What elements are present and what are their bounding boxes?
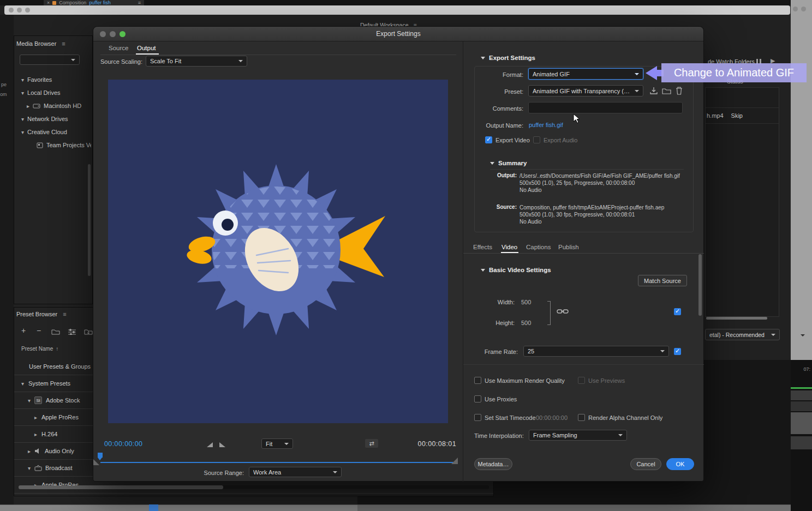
- playhead-handle[interactable]: [98, 453, 103, 458]
- set-start-timecode-checkbox[interactable]: [474, 414, 481, 421]
- time-interpolation-dropdown[interactable]: Frame Sampling: [529, 430, 627, 441]
- tree-item-network-drives[interactable]: Network Drives: [21, 116, 68, 122]
- minimize-window-icon[interactable]: [110, 31, 116, 37]
- link-dimensions-icon[interactable]: [557, 307, 569, 316]
- new-preset-group-icon[interactable]: [51, 328, 60, 335]
- chevron-down-icon[interactable]: [21, 129, 24, 135]
- tree-item-local-drives[interactable]: Local Drives: [21, 89, 61, 96]
- render-alpha-checkbox[interactable]: [578, 414, 585, 421]
- tab-source[interactable]: Source: [109, 45, 128, 51]
- zoom-level-dropdown[interactable]: Fit: [261, 438, 293, 449]
- duration-timecode: 00:00:08:01: [410, 440, 456, 448]
- queue-hscroll-thumb[interactable]: [706, 317, 767, 320]
- panel-menu-icon[interactable]: ≡: [62, 40, 65, 47]
- tree-item-label: Network Drives: [27, 116, 68, 122]
- export-video-checkbox[interactable]: [485, 136, 492, 143]
- chevron-right-icon[interactable]: [27, 103, 29, 109]
- width-value[interactable]: 500: [521, 298, 531, 306]
- cancel-button[interactable]: Cancel: [630, 458, 661, 470]
- frame-rate-checkbox[interactable]: [674, 348, 681, 355]
- tree-item-favorites[interactable]: Favorites: [21, 76, 52, 83]
- export-audio-checkbox[interactable]: [533, 136, 540, 143]
- preset-browser-hscroll-thumb[interactable]: [19, 485, 223, 489]
- tree-item-team-projects[interactable]: Team Projects Vers: [37, 142, 91, 148]
- source-scaling-dropdown[interactable]: Scale To Fit: [146, 56, 247, 67]
- basic-video-settings-header[interactable]: Basic Video Settings: [481, 267, 551, 273]
- ok-button[interactable]: OK: [666, 458, 694, 470]
- frame-rate-dropdown[interactable]: 25: [523, 346, 669, 357]
- settings-scrollbar-thumb[interactable]: [698, 254, 702, 316]
- height-value[interactable]: 500: [521, 319, 531, 327]
- renderer-dropdown[interactable]: etal) - Recommended: [705, 329, 780, 340]
- chevron-down-icon[interactable]: [28, 465, 31, 471]
- match-source-button[interactable]: Match Source: [638, 275, 687, 286]
- panel-menu-icon[interactable]: ≡: [63, 311, 66, 317]
- composition-tab[interactable]: × Composition puffer fish ≡: [44, 0, 144, 5]
- remove-preset-button[interactable]: −: [37, 326, 41, 335]
- use-max-render-quality-checkbox[interactable]: [474, 377, 481, 384]
- work-area-start-icon[interactable]: [93, 459, 99, 465]
- import-preset-folder-icon[interactable]: [662, 87, 671, 94]
- preset-settings-icon[interactable]: [68, 328, 76, 335]
- chevron-down-icon[interactable]: [21, 76, 24, 83]
- scrubber-track[interactable]: [100, 462, 457, 463]
- source-range-dropdown[interactable]: Work Area: [249, 467, 342, 477]
- tab-title-prefix: Composition: [59, 0, 86, 5]
- adobe-stock-icon: St: [34, 396, 42, 404]
- tree-item-creative-cloud[interactable]: Creative Cloud: [21, 129, 67, 135]
- tab-effects[interactable]: Effects: [473, 244, 492, 250]
- chevron-down-icon[interactable]: [21, 380, 24, 387]
- metadata-button[interactable]: Metadata…: [474, 458, 512, 470]
- work-area-end-icon[interactable]: [451, 458, 458, 464]
- chevron-down-icon[interactable]: [21, 89, 24, 96]
- use-previews-checkbox[interactable]: [578, 377, 585, 384]
- delete-preset-trash-icon[interactable]: [676, 87, 683, 95]
- chevron-down-icon[interactable]: [21, 116, 24, 122]
- tab-publish[interactable]: Publish: [558, 244, 579, 250]
- tab-captions[interactable]: Captions: [526, 244, 551, 250]
- set-out-point-icon[interactable]: [219, 442, 225, 447]
- preset-sort-header[interactable]: Preset Name ↑: [21, 346, 58, 352]
- tab-menu-icon[interactable]: ≡: [138, 0, 141, 5]
- close-window-icon[interactable]: [100, 31, 106, 37]
- chevron-right-icon[interactable]: [34, 414, 37, 420]
- overflow-toggle-icon[interactable]: [365, 439, 378, 448]
- use-proxies-checkbox[interactable]: [474, 395, 481, 402]
- export-settings-header[interactable]: Export Settings: [481, 55, 535, 61]
- mac-titlebar: [4, 5, 790, 15]
- tree-item-macintosh-hd[interactable]: Macintosh HD: [27, 103, 81, 109]
- preset-browser-hscroll-track[interactable]: [19, 485, 489, 489]
- queue-item-row[interactable]: h.mp4 Skip: [706, 107, 779, 124]
- summary-header[interactable]: Summary: [490, 160, 527, 166]
- constrain-proportions-checkbox[interactable]: [674, 308, 681, 315]
- dialog-titlebar[interactable]: Export Settings: [93, 27, 703, 41]
- output-name-link[interactable]: puffer fish.gif: [529, 122, 563, 128]
- window-dot-icon[interactable]: [801, 7, 806, 11]
- chevron-down-icon[interactable]: [28, 397, 31, 404]
- chevron-right-icon[interactable]: [34, 431, 37, 437]
- chevron-down-icon[interactable]: [801, 334, 805, 336]
- set-start-timecode-label: Set Start Timecode: [485, 414, 536, 422]
- add-preset-button[interactable]: +: [21, 326, 26, 335]
- window-dot-icon[interactable]: [17, 8, 22, 13]
- start-timecode-value[interactable]: 00:00:00:00: [536, 414, 568, 422]
- window-dot-icon[interactable]: [9, 8, 14, 13]
- media-browser-filter-dropdown[interactable]: [20, 55, 80, 65]
- window-dot-icon[interactable]: [793, 7, 798, 11]
- current-timecode[interactable]: 00:00:00:00: [104, 440, 142, 448]
- preset-dropdown[interactable]: Animated GIF with Transparency (M...: [528, 85, 643, 97]
- save-preset-icon[interactable]: [649, 87, 658, 95]
- import-preset-icon[interactable]: [84, 328, 93, 335]
- close-icon[interactable]: ×: [47, 0, 50, 5]
- window-dot-icon[interactable]: [25, 8, 30, 13]
- pane-divider: [463, 41, 463, 482]
- zoom-window-icon[interactable]: [120, 31, 126, 37]
- tab-video[interactable]: Video: [501, 244, 517, 250]
- tab-output[interactable]: Output: [137, 45, 156, 51]
- preset-row-label: H.264: [41, 431, 57, 437]
- chevron-right-icon[interactable]: [28, 448, 31, 454]
- format-dropdown[interactable]: Animated GIF: [528, 68, 643, 80]
- comments-input[interactable]: [528, 102, 683, 113]
- set-in-point-icon[interactable]: [207, 442, 213, 447]
- media-browser-scrollbar[interactable]: [88, 164, 91, 276]
